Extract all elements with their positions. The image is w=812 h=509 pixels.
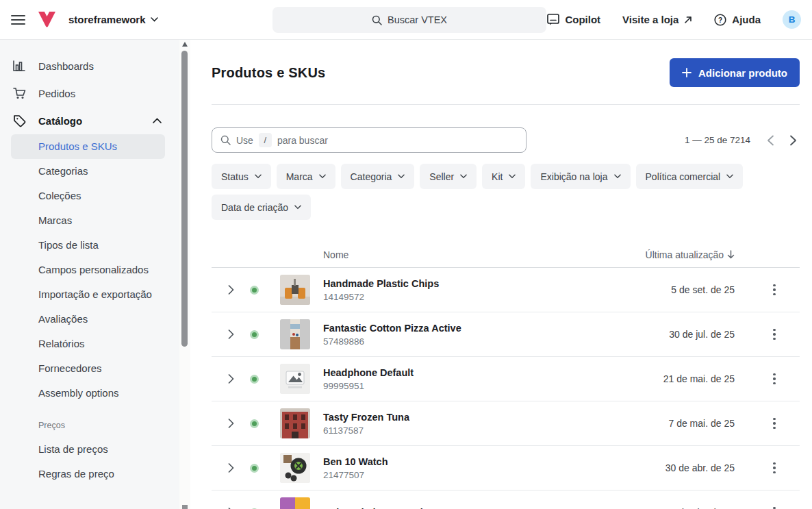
- table-row: Handmade Plastic Chips 14149572 5 de set…: [212, 268, 800, 312]
- product-id: 14149572: [323, 292, 671, 302]
- product-search-input[interactable]: Use / para buscar: [212, 127, 526, 153]
- chevron-left-icon: [767, 135, 774, 146]
- chevron-up-icon: [153, 118, 162, 123]
- sidebar-subitem[interactable]: Produtos e SKUs: [11, 134, 165, 159]
- row-actions-menu-button[interactable]: [769, 280, 780, 300]
- column-header-name[interactable]: Nome: [323, 249, 646, 260]
- row-actions-menu-button[interactable]: [769, 458, 780, 478]
- global-search-button[interactable]: Buscar VTEX: [272, 7, 546, 33]
- row-actions-menu-button[interactable]: [769, 414, 780, 434]
- sidebar-subitem[interactable]: Assembly options: [11, 381, 165, 406]
- product-id: 57489886: [323, 336, 669, 347]
- sidebar-item-pedidos[interactable]: Pedidos: [0, 79, 179, 107]
- sidebar-subitem[interactable]: Relatórios: [11, 332, 165, 356]
- filter-chip[interactable]: Exibição na loja: [531, 164, 630, 189]
- table-body: Handmade Plastic Chips 14149572 5 de set…: [212, 268, 800, 509]
- expand-row-button[interactable]: [224, 281, 238, 299]
- catalog-submenu: Produtos e SKUsCategoriasColeçõesMarcasT…: [0, 134, 179, 406]
- hamburger-menu-button[interactable]: [11, 14, 25, 25]
- scrollbar-up-arrow-icon[interactable]: [182, 42, 188, 47]
- chevron-down-icon: [255, 174, 262, 179]
- sidebar-item-dashboards[interactable]: Dashboards: [0, 52, 179, 79]
- sidebar-item-catalogo[interactable]: Catálogo: [0, 107, 179, 134]
- column-header-updated-label: Última atualização: [646, 249, 724, 260]
- filter-chip-label: Status: [221, 171, 249, 182]
- sidebar-subitem[interactable]: Lista de preços: [11, 437, 165, 462]
- plus-icon: [682, 68, 692, 77]
- user-avatar[interactable]: B: [783, 10, 801, 29]
- copilot-label: Copilot: [565, 14, 600, 25]
- bar-chart-icon: [12, 60, 26, 71]
- chevron-down-icon: [726, 174, 733, 179]
- sidebar-subitem[interactable]: Tipos de lista: [11, 233, 165, 258]
- last-updated-date: 7 de mai. de 25: [668, 418, 749, 429]
- product-thumbnail: [280, 319, 310, 349]
- status-active-badge: [250, 330, 259, 339]
- expand-row-button[interactable]: [224, 414, 238, 432]
- table-row: Fantastic Cotton Pizza Active 57489886 3…: [212, 312, 800, 357]
- sort-descending-icon: [727, 250, 735, 259]
- help-button[interactable]: ? Ajuda: [714, 14, 761, 26]
- product-name[interactable]: Fantastic Cotton Pizza Active: [323, 323, 669, 334]
- filter-chip-label: Categoria: [351, 171, 392, 182]
- slash-key-badge: /: [259, 133, 272, 147]
- filter-chip[interactable]: Categoria: [341, 164, 415, 189]
- expand-row-button[interactable]: [224, 325, 238, 343]
- price-submenu: Lista de preçosRegras de preço: [0, 437, 179, 486]
- row-actions-menu-button[interactable]: [769, 369, 780, 389]
- sidebar-scrollbar[interactable]: [179, 40, 190, 509]
- sidebar-section-label: Preços: [0, 406, 179, 437]
- previous-page-button[interactable]: [764, 132, 777, 149]
- products-table: Nome Última atualização Handmade Plastic…: [212, 242, 800, 509]
- status-active-badge: [250, 419, 259, 428]
- scrollbar-thumb[interactable]: [181, 51, 188, 347]
- account-switcher[interactable]: storeframework: [68, 14, 158, 25]
- cart-icon: [12, 88, 26, 99]
- page-title: Produtos e SKUs: [212, 65, 325, 81]
- expand-row-button[interactable]: [224, 370, 238, 388]
- filter-chip[interactable]: Marca: [277, 164, 335, 189]
- product-id: 21477507: [323, 470, 665, 480]
- sidebar-subitem[interactable]: Fornecedores: [11, 356, 165, 381]
- expand-row-button[interactable]: [224, 459, 238, 477]
- scrollbar-down-arrow-icon[interactable]: [182, 505, 188, 509]
- search-hint-suffix: para buscar: [277, 135, 328, 146]
- filter-chip[interactable]: Kit: [482, 164, 525, 189]
- visit-store-link[interactable]: Visite a loja: [622, 14, 692, 25]
- last-updated-date: 5 de set. de 25: [671, 284, 749, 295]
- avatar-initial: B: [789, 14, 796, 25]
- filter-chip[interactable]: Seller: [420, 164, 477, 189]
- chevron-down-icon: [294, 205, 301, 210]
- next-page-button[interactable]: [787, 132, 800, 149]
- search-hint-prefix: Use: [236, 135, 253, 146]
- sidebar-subitem[interactable]: Coleções: [11, 184, 165, 208]
- sidebar-subitem[interactable]: Importação e exportação: [11, 282, 165, 307]
- sidebar-subitem[interactable]: Regras de preço: [11, 462, 165, 486]
- filter-chip[interactable]: Status: [212, 164, 271, 189]
- sidebar-subitem[interactable]: Categorias: [11, 159, 165, 184]
- sidebar-subitem[interactable]: Campos personalizados: [11, 258, 165, 282]
- help-label: Ajuda: [732, 14, 761, 25]
- filter-chip-label: Kit: [492, 171, 503, 182]
- expand-row-button[interactable]: [224, 504, 238, 509]
- filter-chip[interactable]: Data de criação: [212, 195, 311, 220]
- pagination: 1 — 25 de 7214: [685, 132, 800, 149]
- filter-chip[interactable]: Política comercial: [636, 164, 744, 189]
- table-row: Unbranded Frozen Pizza 28 de abr. de 25: [212, 491, 800, 509]
- product-name[interactable]: Tasty Frozen Tuna: [323, 412, 668, 423]
- copilot-chat-icon: [547, 14, 559, 25]
- chevron-right-icon: [228, 374, 234, 384]
- product-name[interactable]: Ben 10 Watch: [323, 456, 665, 467]
- row-actions-menu-button[interactable]: [769, 325, 780, 345]
- status-active-badge: [250, 375, 259, 384]
- add-product-button[interactable]: Adicionar produto: [670, 58, 800, 87]
- product-name[interactable]: Handmade Plastic Chips: [323, 278, 671, 289]
- column-header-updated[interactable]: Última atualização: [646, 249, 749, 260]
- product-name[interactable]: Headphone Default: [323, 367, 663, 378]
- external-link-icon: [684, 16, 692, 24]
- svg-text:?: ?: [718, 16, 722, 23]
- copilot-button[interactable]: Copilot: [547, 14, 600, 25]
- sidebar-subitem[interactable]: Avaliações: [11, 307, 165, 332]
- sidebar-subitem[interactable]: Marcas: [11, 208, 165, 233]
- row-actions-menu-button[interactable]: [769, 503, 780, 509]
